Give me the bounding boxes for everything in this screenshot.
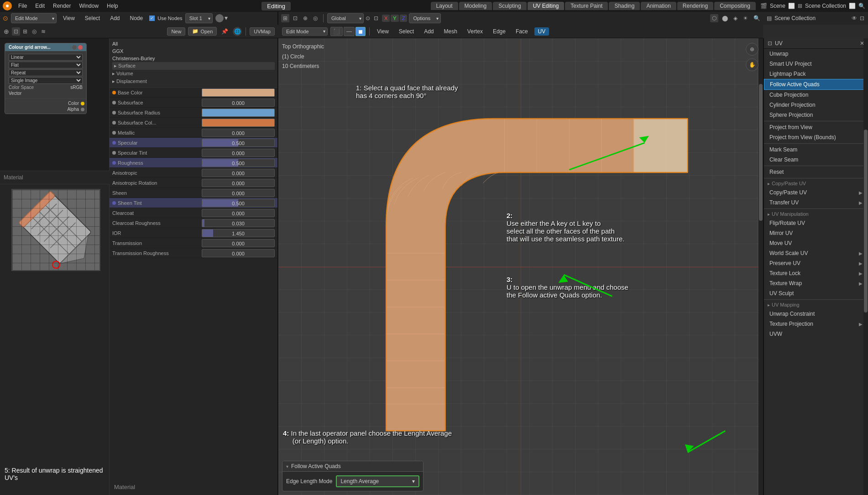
- menu-edit[interactable]: Edit: [31, 2, 48, 10]
- left-bottom-sidebar: 5: Result of unwrap is straightened UV's: [0, 171, 110, 495]
- menu-follow-active-quads[interactable]: Follow Active Quads: [764, 79, 868, 90]
- right-menu-scrollbar[interactable]: [863, 38, 868, 495]
- world-icon[interactable]: 🌐: [233, 27, 242, 36]
- zoom-icon[interactable]: ⊕: [746, 43, 758, 56]
- z-axis-btn[interactable]: Z: [400, 15, 408, 22]
- y-axis-btn[interactable]: Y: [391, 15, 398, 22]
- menu-clear-seam[interactable]: Clear Seam: [764, 155, 868, 165]
- 3dview-snap-icon[interactable]: ⊞: [281, 14, 289, 22]
- 3d-vertex-menu[interactable]: Vertex: [464, 27, 486, 36]
- face-select-icon[interactable]: ◼: [356, 27, 366, 36]
- menu-sphere-projection[interactable]: Sphere Projection: [764, 110, 868, 120]
- shader-node[interactable]: Node: [126, 14, 147, 22]
- eye-icon[interactable]: 👁: [852, 15, 857, 21]
- menu-uvw[interactable]: UVW: [764, 329, 868, 339]
- 3dview-magnet-icon[interactable]: ⊕: [301, 14, 309, 22]
- menu-smart-uv[interactable]: Smart UV Project: [764, 59, 868, 69]
- menu-move-uv[interactable]: Move UV: [764, 238, 868, 248]
- menu-cube-projection[interactable]: Cube Projection: [764, 90, 868, 100]
- menu-world-scale-uv[interactable]: World Scale UV ▶: [764, 248, 868, 258]
- use-nodes-checkbox[interactable]: ✓: [149, 16, 155, 21]
- menu-project-from-view[interactable]: Project from View: [764, 122, 868, 132]
- edge-select-icon[interactable]: —: [344, 27, 355, 36]
- menu-lightmap-pack[interactable]: Lightmap Pack: [764, 69, 868, 79]
- menu-help[interactable]: Help: [103, 2, 122, 10]
- uv-open-btn[interactable]: 📁 Open: [188, 27, 217, 36]
- wireframe-icon[interactable]: ⬡: [710, 14, 718, 22]
- 3d-view-menu[interactable]: View: [373, 27, 392, 36]
- menu-mark-seam[interactable]: Mark Seam: [764, 145, 868, 155]
- tab-animation[interactable]: Animation: [641, 2, 676, 10]
- material-icon[interactable]: ◈: [732, 14, 739, 22]
- solid-icon[interactable]: ⬤: [720, 14, 730, 22]
- menu-window[interactable]: Window: [75, 2, 102, 10]
- uv-viewport[interactable]: Top Orthographic (1) Circle 10 Centimete…: [278, 38, 763, 495]
- alpha-socket[interactable]: [81, 108, 84, 111]
- menu-render[interactable]: Render: [49, 2, 74, 10]
- menu-preserve-uv[interactable]: Preserve UV ▶: [764, 258, 868, 268]
- uv-editor-toolbar: ⊕ ⊡ ⊞ ◎ ≋ New 📁 Open 📌 🌐 UVMap: [0, 25, 278, 38]
- tab-uv-editing[interactable]: UV Editing: [528, 2, 565, 10]
- uv-snap-icon[interactable]: ⊡: [12, 27, 20, 36]
- 3d-uv-menu[interactable]: UV: [534, 27, 549, 36]
- search-icon[interactable]: 🔍: [858, 3, 865, 9]
- menu-texture-projection[interactable]: Texture Projection ▶: [764, 319, 868, 329]
- tab-compositing[interactable]: Compositing: [714, 2, 756, 10]
- scene-preview-icon[interactable]: ▾: [225, 14, 228, 22]
- menu-project-from-view-bounds[interactable]: Project from View (Bounds): [764, 132, 868, 142]
- menu-mirror-uv[interactable]: Mirror UV: [764, 228, 868, 238]
- menu-file[interactable]: File: [15, 2, 31, 10]
- color-socket[interactable]: [81, 102, 84, 105]
- tab-rendering[interactable]: Rendering: [677, 2, 713, 10]
- menu-transfer-uv[interactable]: Transfer UV ▶: [764, 198, 868, 208]
- menu-unwrap[interactable]: Unwrap: [764, 49, 868, 59]
- menu-reset[interactable]: Reset: [764, 167, 868, 177]
- uv-proportional-icon[interactable]: ◎: [30, 27, 38, 36]
- shader-object-dropdown[interactable]: Edit Mode: [11, 13, 57, 23]
- tab-layout[interactable]: Layout: [431, 2, 458, 10]
- menu-copy-paste-uv[interactable]: Copy/Paste UV ▶: [764, 188, 868, 198]
- 3d-mesh-menu[interactable]: Mesh: [440, 27, 461, 36]
- pan-icon[interactable]: ✋: [746, 58, 758, 71]
- uv-new-btn[interactable]: New: [167, 27, 185, 36]
- tab-texture-paint[interactable]: Texture Paint: [565, 2, 608, 10]
- 3d-select-menu[interactable]: Select: [395, 27, 418, 36]
- shader-view[interactable]: View: [59, 14, 78, 22]
- uv-scrollbar[interactable]: [758, 38, 763, 495]
- pin-icon[interactable]: 📌: [220, 27, 230, 36]
- menu-unwrap-constraint[interactable]: Unwrap Constraint: [764, 309, 868, 319]
- 3d-edge-menu[interactable]: Edge: [489, 27, 509, 36]
- 3dview-proportional-icon[interactable]: ◎: [311, 14, 319, 22]
- filter-icon[interactable]: ⊡: [860, 15, 864, 21]
- rendered-icon[interactable]: ☀: [741, 14, 750, 22]
- fullscreen-icon[interactable]: ⊞: [798, 3, 802, 9]
- x-axis-btn[interactable]: X: [382, 15, 390, 22]
- 3d-add-menu[interactable]: Add: [420, 27, 437, 36]
- search-icon-3d[interactable]: 🔍: [753, 15, 760, 21]
- menu-texture-wrap[interactable]: Texture Wrap ▶: [764, 278, 868, 288]
- menu-cylinder-projection[interactable]: Cylinder Projection: [764, 100, 868, 110]
- tab-shading[interactable]: Shading: [609, 2, 640, 10]
- menu-uv-sculpt[interactable]: UV Sculpt: [764, 288, 868, 298]
- menu-flip-rotate-uv[interactable]: Flip/Rotate UV: [764, 218, 868, 228]
- transform-space-dropdown[interactable]: Global: [327, 13, 364, 23]
- arrow-icon-4: ▶: [859, 261, 863, 266]
- image-texture-node[interactable]: Colour grid arrow... Linear Flat Repeat: [5, 43, 87, 114]
- vert-select-icon[interactable]: ⬛: [330, 27, 343, 36]
- uvmap-label[interactable]: UVMap: [250, 27, 275, 36]
- slot-dropdown[interactable]: Slot 1: [185, 13, 213, 23]
- edit-mode-dropdown[interactable]: Edit Mode: [282, 27, 328, 36]
- 3d-face-menu[interactable]: Face: [512, 27, 532, 36]
- viewlayer-icon[interactable]: ⬜: [849, 3, 856, 9]
- expand-icon[interactable]: ⬜: [788, 3, 795, 9]
- uv-stretch-icon[interactable]: ≋: [39, 27, 47, 36]
- options-dropdown[interactable]: Options: [409, 13, 441, 23]
- edge-length-dropdown[interactable]: Length Average ▾: [336, 475, 419, 487]
- tab-modeling[interactable]: Modeling: [459, 2, 492, 10]
- shader-add[interactable]: Add: [106, 14, 123, 22]
- pivot-icon[interactable]: ⊙: [366, 15, 370, 21]
- overlay-icon[interactable]: ⊡: [372, 14, 380, 22]
- menu-texture-lock[interactable]: Texture Lock ▶: [764, 268, 868, 278]
- tab-sculpting[interactable]: Sculpting: [493, 2, 526, 10]
- shader-select[interactable]: Select: [81, 14, 104, 22]
